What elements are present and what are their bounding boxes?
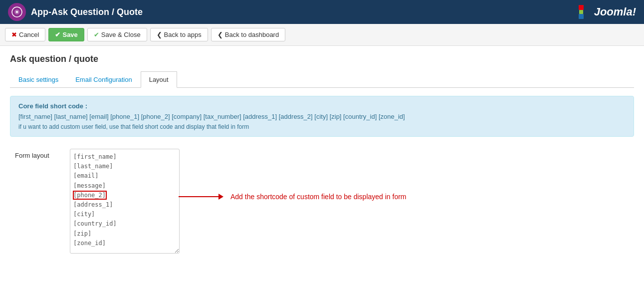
info-box-codes: [first_name] [last_name] [email] [phone_…: [18, 113, 626, 120]
cancel-button[interactable]: ✖ Cancel: [5, 28, 45, 41]
save-close-label: Save & Close: [101, 31, 141, 38]
svg-point-2: [16, 11, 18, 13]
chevron-left-icon-2: ❮: [217, 31, 223, 38]
save-icon: ✔: [55, 31, 60, 38]
arrow-shaft: [179, 196, 218, 197]
tab-basic-settings[interactable]: Basic settings: [10, 71, 67, 88]
main-content: Ask question / quote Basic settings Emai…: [0, 46, 644, 263]
page-title: Ask question / quote: [10, 54, 634, 64]
header-title: App-Ask Question / Quote: [31, 7, 143, 17]
save-label: Save: [62, 31, 77, 38]
svg-rect-7: [579, 14, 584, 19]
arrow-head: [218, 194, 223, 200]
info-box-note: if u want to add custom user field, use …: [18, 123, 626, 130]
form-layout-container: [first_name] [last_name] [email] [messag…: [70, 149, 180, 255]
app-icon: [8, 3, 26, 21]
checkmark-icon: ✔: [94, 31, 99, 38]
joomla-text: Joomla!: [594, 5, 636, 18]
tab-email-configuration[interactable]: Email Configuration: [67, 71, 140, 88]
toolbar: ✖ Cancel ✔ Save ✔ Save & Close ❮ Back to…: [0, 24, 644, 46]
back-to-apps-button[interactable]: ❮ Back to apps: [150, 28, 208, 41]
chevron-left-icon: ❮: [157, 31, 162, 38]
arrow-annotation: Add the shortcode of custom field to be …: [179, 193, 407, 201]
save-button[interactable]: ✔ Save: [48, 28, 84, 41]
info-box: Core field short code : [first_name] [la…: [10, 96, 634, 137]
cancel-icon: ✖: [11, 31, 17, 38]
back-to-dashboard-label: Back to dashboard: [225, 31, 279, 38]
svg-rect-6: [579, 5, 584, 10]
cancel-label: Cancel: [19, 31, 39, 38]
joomla-svg-icon: [571, 2, 591, 22]
back-to-dashboard-button[interactable]: ❮ Back to dashboard: [211, 28, 285, 41]
tab-bar: Basic settings Email Configuration Layou…: [10, 71, 634, 88]
annotation-text: Add the shortcode of custom field to be …: [230, 193, 407, 201]
header-title-group: App-Ask Question / Quote: [8, 3, 143, 21]
save-close-button[interactable]: ✔ Save & Close: [87, 28, 147, 41]
app-header: App-Ask Question / Quote Joomla!: [0, 0, 644, 24]
back-to-apps-label: Back to apps: [164, 31, 202, 38]
form-layout-label: Form layout: [15, 149, 60, 159]
form-layout-section: Form layout [first_name] [last_name] [em…: [10, 149, 634, 255]
tab-layout[interactable]: Layout: [141, 71, 177, 88]
svg-rect-8: [579, 10, 583, 14]
joomla-logo: Joomla!: [571, 2, 636, 22]
form-layout-textarea[interactable]: [first_name] [last_name] [email] [messag…: [70, 149, 180, 254]
info-box-title: Core field short code :: [18, 102, 626, 110]
